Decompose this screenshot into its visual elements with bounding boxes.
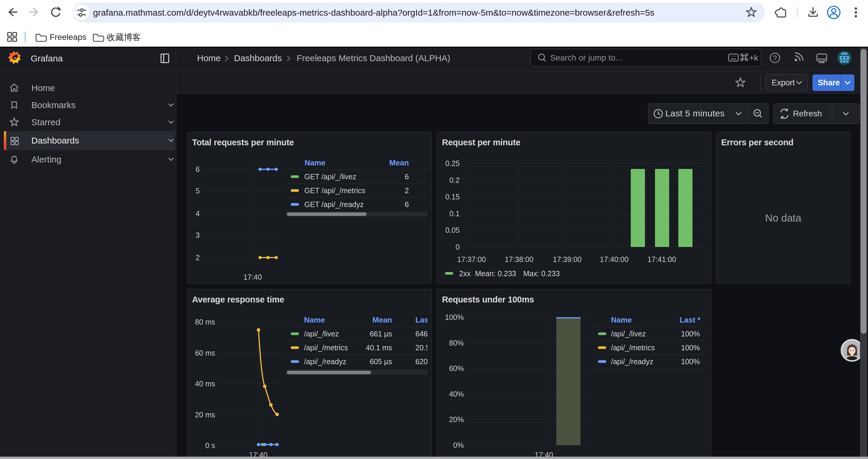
svg-text:20 ms: 20 ms: [195, 411, 215, 419]
svg-text:/api/_/metrics: /api/_/metrics: [611, 343, 655, 352]
svg-text:GET /api/_/livez: GET /api/_/livez: [304, 172, 356, 181]
svg-text:100%: 100%: [445, 313, 464, 321]
svg-text:Request per minute: Request per minute: [442, 138, 520, 147]
svg-text:/api/_/metrics: /api/_/metrics: [304, 343, 348, 352]
svg-text:GET /api/_/metrics: GET /api/_/metrics: [304, 186, 366, 195]
svg-text:Mean: Mean: [390, 158, 409, 167]
svg-text:100%: 100%: [681, 357, 700, 366]
svg-text:0%: 0%: [453, 441, 464, 449]
svg-text:/api/_/livez: /api/_/livez: [611, 330, 646, 338]
svg-text:661 µs: 661 µs: [370, 330, 392, 338]
svg-text:40 ms: 40 ms: [195, 380, 215, 388]
svg-text:/api/_/livez: /api/_/livez: [304, 330, 339, 338]
svg-text:Name: Name: [305, 158, 326, 167]
svg-text:100%: 100%: [681, 343, 700, 352]
svg-text:Requests under 100ms: Requests under 100ms: [442, 295, 534, 304]
svg-text:0.15: 0.15: [445, 193, 460, 201]
svg-text:Last *: Last *: [680, 316, 701, 324]
svg-text:Errors per second: Errors per second: [721, 138, 794, 147]
svg-text:/api/_/readyz: /api/_/readyz: [304, 357, 346, 366]
svg-text:80%: 80%: [449, 339, 464, 347]
svg-text:17:40:00: 17:40:00: [600, 255, 628, 263]
svg-text:Name: Name: [304, 316, 325, 324]
svg-text:6: 6: [405, 200, 409, 208]
svg-text:20%: 20%: [449, 415, 464, 424]
svg-text:605 µs: 605 µs: [370, 357, 392, 366]
svg-text:0 s: 0 s: [205, 441, 215, 450]
svg-text:17:38:00: 17:38:00: [505, 255, 533, 263]
svg-text:Name: Name: [611, 316, 632, 324]
svg-text:80 ms: 80 ms: [195, 318, 215, 326]
svg-text:No data: No data: [765, 212, 802, 224]
svg-text:40%: 40%: [449, 390, 464, 398]
svg-text:60%: 60%: [449, 364, 464, 372]
svg-text:5: 5: [195, 187, 200, 195]
svg-text:620 µs: 620 µs: [415, 357, 438, 366]
svg-text:0.2: 0.2: [450, 176, 460, 184]
svg-text:Mean: Mean: [373, 316, 392, 324]
svg-text:0.25: 0.25: [445, 159, 460, 167]
svg-text:0.1: 0.1: [450, 209, 460, 218]
svg-text:6: 6: [195, 165, 200, 173]
svg-text:6: 6: [405, 172, 409, 181]
svg-text:17:39:00: 17:39:00: [553, 255, 582, 263]
svg-text:0.05: 0.05: [445, 226, 460, 234]
svg-text:GET /api/_/readyz: GET /api/_/readyz: [304, 200, 364, 208]
svg-text:Max: 0.233: Max: 0.233: [523, 269, 560, 277]
svg-text:40.1 ms: 40.1 ms: [366, 343, 392, 352]
svg-text:20.5 ms: 20.5 ms: [415, 343, 442, 352]
svg-text:Last *: Last *: [415, 316, 437, 324]
svg-text:17:37:00: 17:37:00: [457, 255, 486, 263]
svg-text:/api/_/readyz: /api/_/readyz: [611, 357, 653, 366]
svg-text:2xx: 2xx: [459, 269, 471, 277]
svg-text:Average response time: Average response time: [192, 295, 284, 304]
svg-text:17:41:00: 17:41:00: [647, 255, 676, 263]
svg-text:Mean: 0.233: Mean: 0.233: [475, 269, 516, 277]
svg-text:4: 4: [195, 209, 200, 218]
svg-text:17:40: 17:40: [243, 273, 262, 281]
svg-text:60 ms: 60 ms: [195, 349, 215, 357]
svg-text:0: 0: [456, 243, 460, 251]
svg-text:2: 2: [195, 254, 200, 262]
svg-text:3: 3: [195, 231, 200, 239]
svg-text:646 µs: 646 µs: [415, 330, 438, 338]
svg-text:100%: 100%: [681, 330, 700, 338]
svg-text:2: 2: [405, 186, 409, 195]
svg-text:Total requests per minute: Total requests per minute: [192, 138, 294, 147]
